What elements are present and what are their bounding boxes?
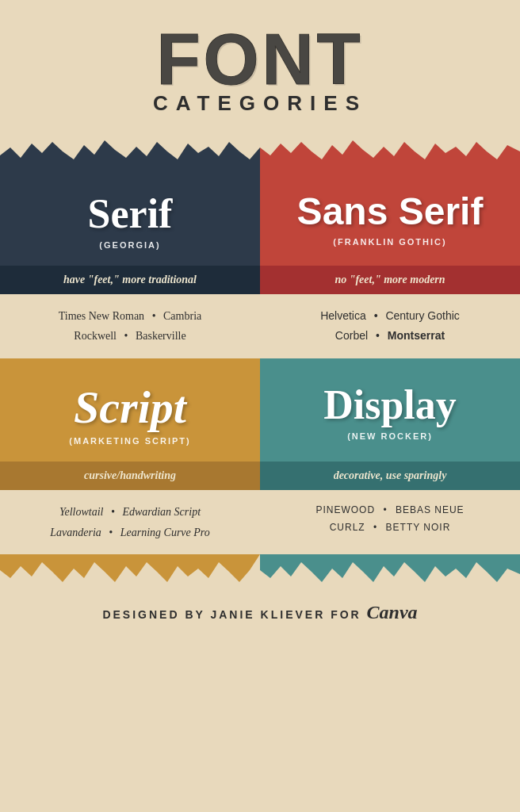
display-header-cell: Display (NEW ROCKER) — [260, 358, 520, 462]
sans-description: no "feet," more modern — [276, 274, 504, 286]
sans-desc-cell: no "feet," more modern — [260, 266, 520, 294]
display-desc-cell: decorative, use sparingly — [260, 462, 520, 490]
serif-header-cell: Serif (GEORGIA) — [0, 167, 260, 266]
script-name: Script — [16, 382, 244, 433]
display-examples: Pinewood • Bebas Neue Curlz • Betty Noir — [276, 502, 504, 536]
svg-marker-3 — [260, 554, 520, 582]
sans-font-name: (FRANKLIN GOTHIC) — [276, 237, 504, 247]
svg-marker-1 — [260, 140, 520, 167]
script-header-cell: Script (MARKETING SCRIPT) — [0, 358, 260, 462]
display-examples-cell: Pinewood • Bebas Neue Curlz • Betty Noir — [260, 490, 520, 553]
serif-examples-cell: Times New Roman • Cambria Rockwell • Bas… — [0, 294, 260, 358]
serif-description: have "feet," more traditional — [16, 274, 244, 286]
script-description: cursive/handwriting — [16, 469, 244, 482]
serif-font-name: (GEORGIA) — [16, 240, 244, 250]
display-font-name: (NEW ROCKER) — [276, 431, 504, 441]
header: FONT CATEGORIES — [0, 0, 520, 124]
sans-header-cell: Sans Serif (FRANKLIN GOTHIC) — [260, 167, 520, 266]
display-description: decorative, use sparingly — [276, 469, 504, 482]
title-font: FONT — [16, 24, 504, 95]
script-font-name: (MARKETING SCRIPT) — [16, 436, 244, 446]
main-grid: Serif (GEORGIA) Sans Serif (FRANKLIN GOT… — [0, 167, 520, 554]
torn-top-decoration — [0, 136, 520, 167]
footer-text: DESIGNED BY JANIE KLIEVER FOR Canva — [102, 608, 417, 621]
torn-bottom-decoration — [0, 554, 520, 586]
display-name: Display — [276, 382, 504, 427]
sans-examples-cell: Helvetica • Century Gothic Corbel • Mont… — [260, 294, 520, 358]
sans-examples: Helvetica • Century Gothic Corbel • Mont… — [276, 306, 504, 346]
script-examples: Yellowtail • Edwardian Script Lavanderia… — [16, 502, 244, 542]
svg-marker-2 — [0, 554, 260, 582]
serif-name: Serif — [16, 191, 244, 236]
footer-label: DESIGNED BY JANIE KLIEVER FOR — [102, 608, 361, 621]
page: FONT CATEGORIES Serif (GEORGIA) Sans Ser… — [0, 0, 520, 812]
sans-name: Sans Serif — [276, 191, 504, 233]
serif-desc-cell: have "feet," more traditional — [0, 266, 260, 294]
serif-examples: Times New Roman • Cambria Rockwell • Bas… — [16, 306, 244, 346]
script-examples-cell: Yellowtail • Edwardian Script Lavanderia… — [0, 490, 260, 553]
footer-brand: Canva — [367, 602, 418, 622]
svg-marker-0 — [0, 140, 260, 167]
script-desc-cell: cursive/handwriting — [0, 462, 260, 490]
footer: DESIGNED BY JANIE KLIEVER FOR Canva — [0, 586, 520, 647]
